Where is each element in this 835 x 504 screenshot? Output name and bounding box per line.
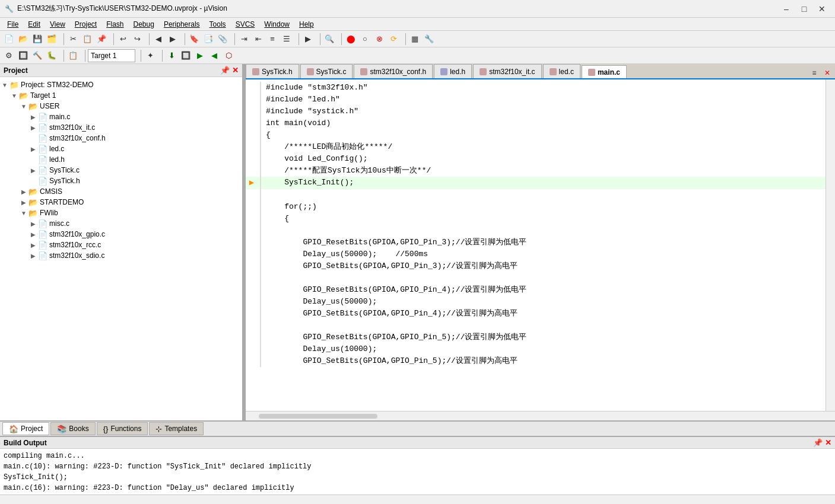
- line-code-text[interactable]: for(;;): [261, 201, 317, 213]
- line-code-text[interactable]: int main(void): [261, 117, 331, 129]
- tab-stm32f10x_it-c[interactable]: stm32f10x_it.c: [473, 64, 541, 78]
- line-code-text[interactable]: GPIO_ResetBits(GPIOA,GPIO_Pin_3);//设置引脚为…: [261, 237, 526, 248]
- build-run-button[interactable]: ○: [358, 33, 372, 46]
- maximize-button[interactable]: □: [796, 3, 812, 15]
- menu-item-file[interactable]: File: [2, 19, 23, 30]
- line-code-text[interactable]: #include "systick.h": [261, 106, 358, 117]
- line-code-text[interactable]: GPIO_SetBits(GPIOA,GPIO_Pin_3);//设置引脚为高电…: [261, 260, 517, 272]
- bottom-tab-templates[interactable]: ⊹Templates: [149, 422, 204, 435]
- flash-run-button[interactable]: ▶: [193, 49, 207, 62]
- line-code-text[interactable]: void Led_Config();: [261, 153, 368, 165]
- tree-expander[interactable]: ▼: [9, 91, 19, 100]
- tree-item[interactable]: ▶📄led.c: [0, 143, 242, 154]
- line-code-text[interactable]: #include "stm32f10x.h": [261, 82, 368, 94]
- build-close-icon[interactable]: ✕: [825, 438, 831, 447]
- tab-led-h[interactable]: led.h: [434, 64, 472, 78]
- line-code-text[interactable]: [261, 225, 266, 237]
- tree-expander[interactable]: ▶: [19, 187, 28, 196]
- build-pin-icon[interactable]: 📌: [813, 438, 823, 447]
- target-dropdown[interactable]: Target 1: [88, 49, 135, 62]
- tree-expander[interactable]: ▼: [0, 80, 9, 90]
- tab-led-c[interactable]: led.c: [543, 64, 580, 78]
- tree-item[interactable]: ▶📄stm32f10x_sdio.c: [0, 250, 242, 261]
- line-code-text[interactable]: GPIO_SetBits(GPIOA,GPIO_Pin_5);//设置引脚为高电…: [261, 355, 517, 367]
- project-pin-icon[interactable]: 📌: [220, 66, 230, 75]
- bookmark2-button[interactable]: 📑: [202, 33, 215, 46]
- outdent-button[interactable]: ⇤: [252, 33, 265, 46]
- line-code-text[interactable]: /*****LED商品初始化*****/: [261, 141, 392, 153]
- settings-button[interactable]: 🔧: [423, 33, 436, 46]
- cpu-button[interactable]: ⚙: [2, 49, 15, 62]
- build-reset-button[interactable]: ⊗: [373, 33, 386, 46]
- line-code-text[interactable]: SysTick_Init();: [261, 177, 354, 189]
- line-code-text[interactable]: [261, 189, 266, 201]
- tree-item[interactable]: ▶📄misc.c: [0, 218, 242, 229]
- tree-item[interactable]: ▶📄stm32f10x_gpio.c: [0, 229, 242, 240]
- tree-expander[interactable]: ▼: [19, 208, 28, 218]
- tree-expander[interactable]: ▶: [28, 219, 38, 228]
- tab-list-button[interactable]: ≡: [809, 68, 820, 78]
- redo-button[interactable]: ↪: [131, 33, 144, 46]
- tree-expander[interactable]: ▶: [28, 240, 38, 250]
- menu-item-peripherals[interactable]: Peripherals: [159, 19, 205, 30]
- close-button[interactable]: ✕: [814, 3, 830, 15]
- open-file-button[interactable]: 📂: [17, 33, 30, 46]
- indent-button[interactable]: ⇥: [237, 33, 250, 46]
- menu-item-view[interactable]: View: [45, 19, 70, 30]
- tree-expander[interactable]: ▶: [19, 197, 28, 207]
- board-button[interactable]: 🔲: [17, 49, 30, 62]
- line-code-text[interactable]: GPIO_SetBits(GPIOA,GPIO_Pin_4);//设置引脚为高电…: [261, 308, 517, 320]
- menu-item-window[interactable]: Window: [259, 19, 294, 30]
- cut-button[interactable]: ✂: [66, 33, 80, 46]
- paste-button[interactable]: 📌: [95, 33, 108, 46]
- line-code-text[interactable]: /*****配置SysTick为10us中断一次**/: [261, 165, 431, 177]
- tree-item[interactable]: ▶📄stm32f10x_it.c: [0, 122, 242, 133]
- tree-item[interactable]: ▼📂Target 1: [0, 90, 242, 101]
- line-code-text[interactable]: Delay_us(50000);: [261, 296, 377, 308]
- project-close-icon[interactable]: ✕: [232, 66, 239, 75]
- tree-item[interactable]: 📄SysTick.h: [0, 176, 242, 186]
- bottom-tab-functions[interactable]: {}Functions: [97, 422, 148, 435]
- new-file-button[interactable]: 📄: [2, 33, 15, 46]
- line-code-text[interactable]: {: [261, 213, 289, 225]
- dbg-button[interactable]: 🐛: [45, 49, 58, 62]
- menu-item-project[interactable]: Project: [70, 19, 101, 30]
- minimize-button[interactable]: –: [778, 3, 795, 15]
- tree-item[interactable]: 📄stm32f10x_conf.h: [0, 133, 242, 143]
- compile-button[interactable]: 🔨: [31, 49, 44, 62]
- line-code-text[interactable]: Delay_us(10000);: [261, 343, 377, 355]
- code-editor[interactable]: #include "stm32f10x.h"#include "led.h"#i…: [246, 79, 826, 411]
- line-code-text[interactable]: [261, 320, 266, 331]
- tree-item[interactable]: ▶📂CMSIS: [0, 186, 242, 197]
- flash-download-button[interactable]: ⬇: [165, 49, 178, 62]
- save-button[interactable]: 💾: [31, 33, 44, 46]
- build-stop-button[interactable]: ⬤: [344, 33, 357, 46]
- flash-back-button[interactable]: ◀: [208, 49, 221, 62]
- tab-SysTick-c[interactable]: SysTick.c: [300, 64, 353, 78]
- comment-button[interactable]: ☰: [280, 33, 293, 46]
- menu-item-svcs[interactable]: SVCS: [231, 19, 260, 30]
- flash-erase-button[interactable]: 🔲: [179, 49, 192, 62]
- tree-item[interactable]: ▼📂USER: [0, 101, 242, 111]
- save-all-button[interactable]: 🗂️: [45, 33, 58, 46]
- tree-expander[interactable]: ▶: [28, 165, 38, 175]
- tree-item[interactable]: ▼📁Project: STM32-DEMO: [0, 79, 242, 90]
- bottom-tab-project[interactable]: 🏠Project: [2, 422, 49, 435]
- nav-fwd-button[interactable]: ▶: [166, 33, 179, 46]
- editor-hscroll[interactable]: [246, 411, 835, 420]
- menu-item-help[interactable]: Help: [294, 19, 319, 30]
- flash-stop-button[interactable]: ⬡: [222, 49, 235, 62]
- tree-item[interactable]: ▶📄SysTick.c: [0, 165, 242, 176]
- build-hscroll[interactable]: [0, 495, 835, 504]
- tab-SysTick-h[interactable]: SysTick.h: [246, 64, 299, 78]
- tree-expander[interactable]: ▶: [28, 123, 38, 132]
- tree-expander[interactable]: ▶: [28, 144, 38, 154]
- menu-item-debug[interactable]: Debug: [129, 19, 159, 30]
- code-vscroll[interactable]: [826, 79, 835, 411]
- tree-item[interactable]: ▼📂FWlib: [0, 208, 242, 218]
- line-code-text[interactable]: [261, 272, 266, 284]
- nav-back-button[interactable]: ◀: [152, 33, 165, 46]
- line-code-text[interactable]: #include "led.h": [261, 94, 340, 106]
- search-button[interactable]: 🔍: [323, 33, 336, 46]
- build-reload-button[interactable]: ⟳: [387, 33, 400, 46]
